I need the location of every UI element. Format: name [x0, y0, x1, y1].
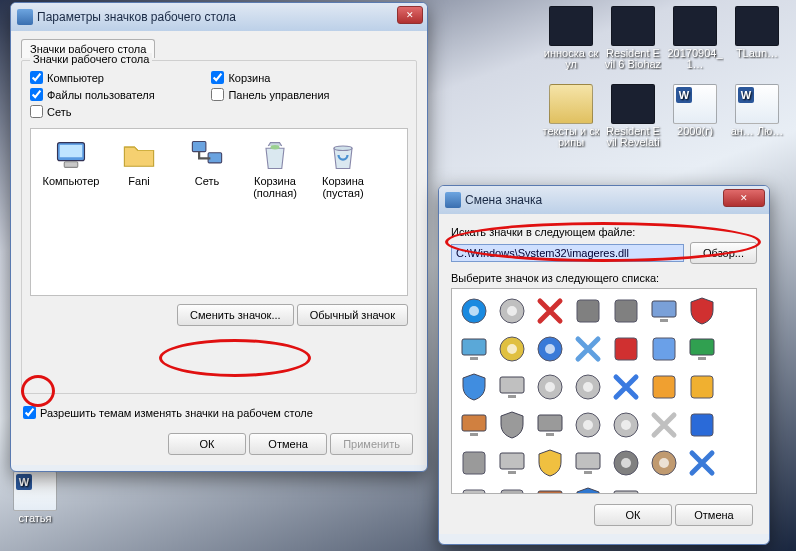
preview-user-files[interactable]: Fani — [105, 137, 173, 199]
icon-choice[interactable] — [570, 331, 606, 367]
desktop-icon[interactable]: ан… Лю… — [726, 82, 788, 160]
icon-choice[interactable] — [456, 331, 492, 367]
app-icon — [549, 6, 593, 46]
icon-choice[interactable] — [570, 369, 606, 405]
icon-choice[interactable] — [456, 483, 492, 494]
desktop-icon[interactable]: тексты и скрипы — [540, 82, 602, 160]
icon-choice[interactable] — [570, 445, 606, 481]
icon-choice[interactable] — [608, 445, 644, 481]
checkbox-input[interactable] — [30, 88, 43, 101]
ok-button[interactable]: ОК — [594, 504, 672, 526]
icon-choice[interactable] — [570, 483, 606, 494]
icon-choice[interactable] — [608, 483, 644, 494]
icon-choice[interactable] — [494, 407, 530, 443]
preview-network[interactable]: Сеть — [173, 137, 241, 199]
default-icon-button[interactable]: Обычный значок — [297, 304, 408, 326]
icon-path-input[interactable] — [451, 244, 684, 262]
checkbox-user-files[interactable]: Файлы пользователя — [30, 86, 211, 103]
svg-point-38 — [583, 420, 593, 430]
icon-choice[interactable] — [608, 331, 644, 367]
icon-choice[interactable] — [494, 445, 530, 481]
icon-choice[interactable] — [684, 407, 720, 443]
titlebar[interactable]: Параметры значков рабочего стола ✕ — [11, 3, 427, 31]
icon-choice[interactable] — [684, 445, 720, 481]
svg-rect-46 — [584, 471, 592, 474]
control-panel-icon — [445, 192, 461, 208]
icon-choice[interactable] — [684, 369, 720, 405]
checkbox-computer[interactable]: Компьютер — [30, 69, 211, 86]
svg-rect-14 — [660, 319, 668, 322]
preview-recycle-empty[interactable]: Корзина (пустая) — [309, 137, 377, 199]
icon-choice[interactable] — [532, 369, 568, 405]
allow-themes-checkbox[interactable] — [23, 406, 36, 419]
icon-choice[interactable] — [646, 293, 682, 329]
svg-rect-44 — [508, 471, 516, 474]
icon-choice[interactable] — [494, 369, 530, 405]
svg-point-18 — [507, 344, 517, 354]
preview-computer[interactable]: Компьютер — [37, 137, 105, 199]
icon-choice[interactable] — [532, 407, 568, 443]
icon-choice[interactable] — [494, 293, 530, 329]
icon-choice[interactable] — [532, 331, 568, 367]
icon-choice[interactable] — [608, 407, 644, 443]
icon-choice[interactable] — [494, 331, 530, 367]
titlebar[interactable]: Смена значка ✕ — [439, 186, 769, 214]
cancel-button[interactable]: Отмена — [249, 433, 327, 455]
icon-choice[interactable] — [456, 293, 492, 329]
icon-choice[interactable] — [646, 369, 682, 405]
desktop-icon[interactable]: 2000(г) — [664, 82, 726, 160]
word-doc-icon — [673, 84, 717, 124]
icon-choice[interactable] — [456, 369, 492, 405]
ok-button[interactable]: ОК — [168, 433, 246, 455]
icon-choice[interactable] — [608, 369, 644, 405]
desktop-icon[interactable]: инноска скул — [540, 4, 602, 82]
checkbox-input[interactable] — [30, 71, 43, 84]
icon-preview-list[interactable]: Компьютер Fani Сеть Корзина (полная) Кор… — [30, 128, 408, 296]
svg-rect-3 — [192, 142, 206, 152]
svg-point-5 — [271, 145, 280, 150]
checkbox-input[interactable] — [211, 88, 224, 101]
icon-choice[interactable] — [570, 293, 606, 329]
svg-rect-41 — [691, 414, 713, 436]
svg-rect-33 — [462, 415, 486, 431]
app-icon — [611, 6, 655, 46]
desktop-icon[interactable]: 20170904_1… — [664, 4, 726, 82]
checkbox-input[interactable] — [211, 71, 224, 84]
desktop-icon[interactable]: статья — [4, 469, 66, 547]
checkbox-control-panel[interactable]: Панель управления — [211, 86, 392, 103]
icon-choice[interactable] — [456, 445, 492, 481]
change-icon-button[interactable]: Сменить значок... — [177, 304, 294, 326]
icon-choice[interactable] — [646, 331, 682, 367]
browse-button[interactable]: Обзор... — [690, 242, 757, 264]
icon-choice[interactable] — [494, 483, 530, 494]
icon-picker-grid[interactable] — [451, 288, 757, 494]
icon-choice[interactable] — [646, 407, 682, 443]
close-button[interactable]: ✕ — [397, 6, 423, 24]
change-icon-dialog: Смена значка ✕ Искать значки в следующем… — [438, 185, 770, 545]
checkbox-recycle-bin[interactable]: Корзина — [211, 69, 392, 86]
icon-choice[interactable] — [608, 293, 644, 329]
icon-choice[interactable] — [532, 445, 568, 481]
checkbox-network[interactable]: Сеть — [30, 103, 211, 120]
word-doc-icon — [735, 84, 779, 124]
svg-rect-11 — [577, 300, 599, 322]
checkbox-input[interactable] — [30, 105, 43, 118]
apply-button[interactable]: Применить — [330, 433, 413, 455]
svg-rect-23 — [690, 339, 714, 355]
icon-choice[interactable] — [456, 407, 492, 443]
control-panel-icon — [17, 9, 33, 25]
desktop-icon[interactable]: Resident Evil Revelation… — [602, 82, 664, 160]
close-button[interactable]: ✕ — [723, 189, 765, 207]
cancel-button[interactable]: Отмена — [675, 504, 753, 526]
desktop-icon[interactable]: TLaun… — [726, 4, 788, 82]
icon-choice[interactable] — [684, 331, 720, 367]
icon-choice[interactable] — [532, 483, 568, 494]
icon-choice[interactable] — [684, 293, 720, 329]
word-doc-icon — [13, 471, 57, 511]
icon-choice[interactable] — [646, 445, 682, 481]
icon-choice[interactable] — [532, 293, 568, 329]
preview-recycle-full[interactable]: Корзина (полная) — [241, 137, 309, 199]
desktop-icon[interactable]: Resident Evil 6 Biohazard — [602, 4, 664, 82]
icon-choice[interactable] — [570, 407, 606, 443]
svg-rect-51 — [463, 490, 485, 494]
